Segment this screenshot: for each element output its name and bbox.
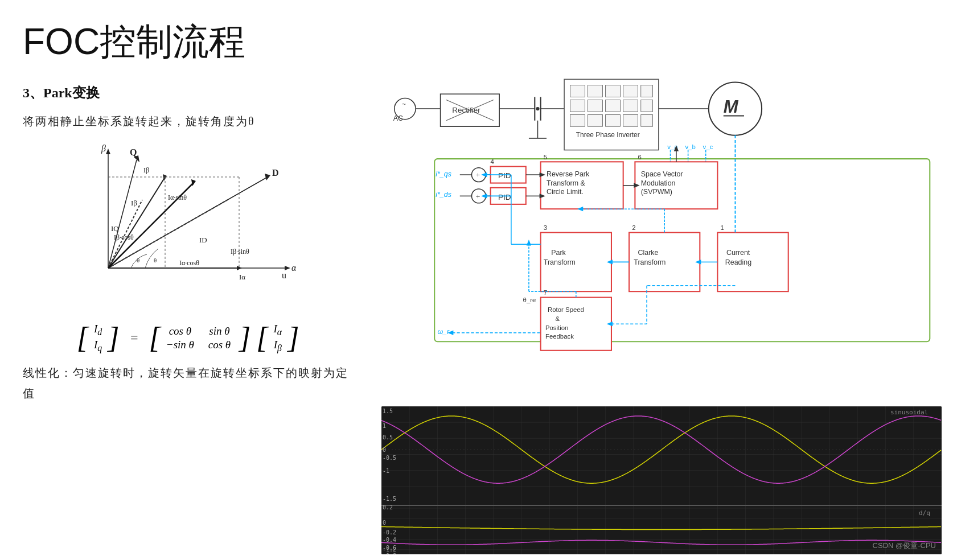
svg-text:Clarke: Clarke: [638, 249, 659, 257]
linearize-text: 线性化：匀速旋转时，旋转矢量在旋转坐标系下的映射为定值: [23, 363, 353, 403]
svg-text:Transform &: Transform &: [547, 179, 586, 187]
svg-text:Transform: Transform: [544, 258, 576, 266]
svg-rect-67: [641, 114, 653, 126]
svg-rect-55: [606, 85, 621, 97]
svg-text:Rotor Speed: Rotor Speed: [548, 306, 584, 313]
page-title: FOC控制流程: [23, 17, 353, 67]
svg-text:Position: Position: [545, 324, 568, 331]
svg-text:Space Vector: Space Vector: [641, 170, 683, 178]
svg-text:2: 2: [632, 224, 635, 231]
svg-text:Q: Q: [130, 147, 137, 157]
svg-rect-60: [606, 100, 621, 112]
svg-line-10: [108, 160, 137, 268]
svg-text:Iα: Iα: [239, 273, 245, 281]
oscilloscope-canvas: [381, 406, 942, 554]
svg-text:β: β: [101, 143, 106, 154]
svg-rect-62: [641, 100, 653, 112]
svg-text:1: 1: [721, 224, 724, 231]
svg-text:Current: Current: [726, 249, 750, 257]
svg-text:Iβ: Iβ: [143, 166, 149, 174]
matrix-formula: [ Id Iq ] = [ cos θsin θ −sin θcos θ ] […: [23, 323, 353, 353]
svg-text:M: M: [724, 97, 739, 117]
oscilloscope: CSDN @俊童-CPU: [381, 406, 942, 554]
svg-text:+: +: [476, 192, 480, 201]
svg-text:u: u: [282, 270, 286, 280]
svg-text:D: D: [272, 168, 279, 178]
svg-text:Reverse Park: Reverse Park: [547, 170, 590, 178]
svg-rect-59: [588, 100, 603, 112]
svg-text:5: 5: [544, 154, 547, 160]
svg-text:6: 6: [638, 154, 642, 160]
svg-rect-61: [623, 100, 638, 112]
svg-text:Iβ·cosθ: Iβ·cosθ: [114, 233, 134, 241]
svg-rect-57: [641, 85, 653, 97]
svg-text:Modulation: Modulation: [641, 179, 676, 187]
svg-text:&: &: [556, 315, 560, 322]
svg-rect-63: [570, 114, 585, 126]
svg-marker-8: [265, 174, 270, 180]
svg-rect-64: [588, 114, 603, 126]
svg-text:PID: PID: [498, 171, 511, 180]
svg-text:θ: θ: [137, 257, 139, 263]
svg-text:i*_qs: i*_qs: [436, 170, 451, 178]
svg-line-13: [108, 177, 165, 268]
section-title: 3、Park变换: [23, 84, 353, 102]
vector-diagram: α u β D Q Iβ Iα IQ ID: [80, 143, 296, 314]
svg-text:θ: θ: [154, 257, 157, 263]
svg-rect-53: [570, 85, 585, 97]
svg-text:(SVPWM): (SVPWM): [641, 188, 672, 196]
svg-text:Three Phase Inverter: Three Phase Inverter: [576, 131, 640, 139]
svg-rect-54: [588, 85, 603, 97]
svg-text:Iβ·sinθ: Iβ·sinθ: [231, 248, 249, 256]
svg-text:α: α: [291, 263, 296, 273]
svg-text:3: 3: [544, 224, 547, 231]
svg-text:i*_ds: i*_ds: [436, 191, 451, 199]
svg-text:7: 7: [544, 289, 547, 296]
foc-diagram: ~ AC Rectifier: [381, 11, 942, 401]
svg-text:v_c: v_c: [703, 143, 713, 150]
svg-text:Feedback: Feedback: [545, 333, 574, 340]
watermark-text: CSDN @俊童-CPU: [873, 541, 936, 551]
svg-text:IQ: IQ: [111, 224, 119, 233]
svg-rect-66: [623, 114, 638, 126]
svg-point-51: [536, 107, 539, 110]
svg-text:Iα·cosθ: Iα·cosθ: [179, 259, 199, 267]
description-text: 将两相静止坐标系旋转起来，旋转角度为θ: [23, 111, 353, 131]
svg-rect-56: [623, 85, 638, 97]
svg-marker-5: [106, 149, 110, 154]
svg-marker-1: [285, 266, 290, 270]
svg-text:Reading: Reading: [725, 258, 751, 266]
svg-rect-65: [606, 114, 621, 126]
svg-text:Iβ: Iβ: [131, 199, 137, 207]
svg-text:+: +: [476, 171, 480, 179]
svg-rect-58: [570, 100, 585, 112]
svg-text:ω_r: ω_r: [437, 328, 450, 336]
svg-marker-149: [527, 240, 531, 245]
svg-text:Transform: Transform: [634, 258, 666, 266]
svg-text:Park: Park: [551, 249, 566, 257]
svg-text:4: 4: [491, 158, 494, 165]
svg-text:Circle Limit.: Circle Limit.: [547, 188, 584, 196]
svg-text:v_b: v_b: [685, 143, 695, 150]
svg-text:~: ~: [402, 101, 406, 108]
svg-text:ID: ID: [199, 236, 207, 244]
svg-text:AC: AC: [393, 114, 403, 122]
svg-text:θ_re: θ_re: [523, 297, 536, 303]
right-panel: ~ AC Rectifier: [376, 0, 953, 560]
svg-text:Iα·sinθ: Iα·sinθ: [168, 193, 187, 201]
svg-text:PID: PID: [498, 193, 511, 201]
